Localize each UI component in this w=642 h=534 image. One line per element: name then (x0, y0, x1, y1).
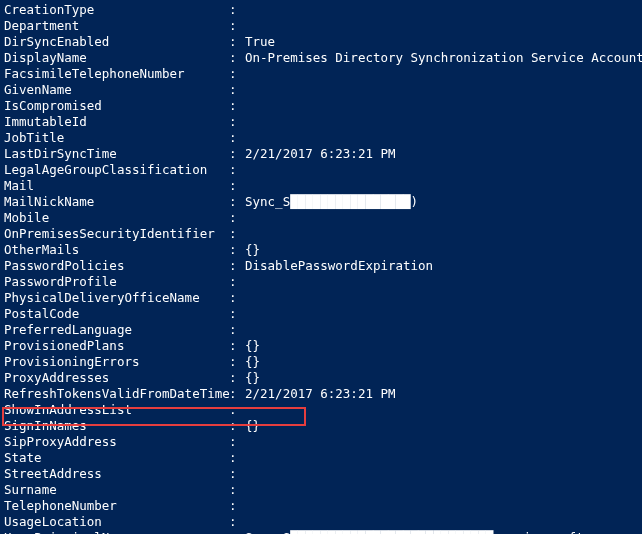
output-row: DirSyncEnabled: True (4, 34, 638, 50)
output-row: ProvisioningErrors: {} (4, 354, 638, 370)
separator: : (229, 162, 245, 178)
property-name: Department (4, 18, 229, 34)
separator: : (229, 514, 245, 530)
property-name: SignInNames (4, 418, 229, 434)
output-row: Mobile: (4, 210, 638, 226)
output-row: Mail: (4, 178, 638, 194)
property-name: LegalAgeGroupClassification (4, 162, 229, 178)
property-name: OnPremisesSecurityIdentifier (4, 226, 229, 242)
property-value: {} (245, 370, 260, 386)
property-name: LastDirSyncTime (4, 146, 229, 162)
separator: : (229, 50, 245, 66)
property-name: PreferredLanguage (4, 322, 229, 338)
property-name: UserPrincipalName (4, 530, 229, 534)
property-name: Mail (4, 178, 229, 194)
output-row: ShowInAddressList: (4, 402, 638, 418)
separator: : (229, 386, 245, 402)
separator: : (229, 210, 245, 226)
separator: : (229, 194, 245, 210)
property-name: UsageLocation (4, 514, 229, 530)
separator: : (229, 322, 245, 338)
separator: : (229, 370, 245, 386)
property-value: DisablePasswordExpiration (245, 258, 433, 274)
property-value: {} (245, 242, 260, 258)
separator: : (229, 2, 245, 18)
property-name: ProvisioningErrors (4, 354, 229, 370)
output-row: FacsimileTelephoneNumber: (4, 66, 638, 82)
separator: : (229, 18, 245, 34)
property-value: Sync_S████████████████) (245, 194, 418, 210)
separator: : (229, 450, 245, 466)
output-row: State: (4, 450, 638, 466)
property-name: ProxyAddresses (4, 370, 229, 386)
separator: : (229, 530, 245, 534)
separator: : (229, 130, 245, 146)
separator: : (229, 82, 245, 98)
output-row: Surname: (4, 482, 638, 498)
output-row: PhysicalDeliveryOfficeName: (4, 290, 638, 306)
separator: : (229, 434, 245, 450)
property-name: PhysicalDeliveryOfficeName (4, 290, 229, 306)
property-name: DisplayName (4, 50, 229, 66)
property-name: CreationType (4, 2, 229, 18)
property-value: On-Premises Directory Synchronization Se… (245, 50, 642, 66)
property-name: ShowInAddressList (4, 402, 229, 418)
separator: : (229, 258, 245, 274)
property-value: 2/21/2017 6:23:21 PM (245, 146, 396, 162)
property-value: True (245, 34, 275, 50)
output-row: LastDirSyncTime: 2/21/2017 6:23:21 PM (4, 146, 638, 162)
property-value: Sync_S███████████████████████████.onmicr… (245, 530, 614, 534)
separator: : (229, 466, 245, 482)
separator: : (229, 242, 245, 258)
output-row: UserPrincipalName: Sync_S███████████████… (4, 530, 638, 534)
property-name: RefreshTokensValidFromDateTime (4, 386, 229, 402)
output-row: Department: (4, 18, 638, 34)
output-row: JobTitle: (4, 130, 638, 146)
separator: : (229, 98, 245, 114)
property-name: GivenName (4, 82, 229, 98)
output-row: DisplayName: On-Premises Directory Synch… (4, 50, 638, 66)
property-name: MailNickName (4, 194, 229, 210)
property-name: JobTitle (4, 130, 229, 146)
separator: : (229, 178, 245, 194)
separator: : (229, 290, 245, 306)
property-name: FacsimileTelephoneNumber (4, 66, 229, 82)
output-row: IsCompromised: (4, 98, 638, 114)
output-row: ProvisionedPlans: {} (4, 338, 638, 354)
property-name: PasswordPolicies (4, 258, 229, 274)
property-value: 2/21/2017 6:23:21 PM (245, 386, 396, 402)
property-name: SipProxyAddress (4, 434, 229, 450)
property-name: PostalCode (4, 306, 229, 322)
property-name: PasswordProfile (4, 274, 229, 290)
separator: : (229, 354, 245, 370)
output-row: GivenName: (4, 82, 638, 98)
output-row: SipProxyAddress: (4, 434, 638, 450)
property-name: ProvisionedPlans (4, 338, 229, 354)
property-name: Surname (4, 482, 229, 498)
output-row: OtherMails: {} (4, 242, 638, 258)
separator: : (229, 306, 245, 322)
output-row: PasswordProfile: (4, 274, 638, 290)
separator: : (229, 274, 245, 290)
terminal-output: CreationType: Department: DirSyncEnabled… (4, 2, 638, 534)
separator: : (229, 482, 245, 498)
output-row: OnPremisesSecurityIdentifier: (4, 226, 638, 242)
output-row: ImmutableId: (4, 114, 638, 130)
output-row: PasswordPolicies: DisablePasswordExpirat… (4, 258, 638, 274)
separator: : (229, 402, 245, 418)
output-row: MailNickName: Sync_S████████████████) (4, 194, 638, 210)
property-name: OtherMails (4, 242, 229, 258)
separator: : (229, 498, 245, 514)
separator: : (229, 146, 245, 162)
output-row: PostalCode: (4, 306, 638, 322)
separator: : (229, 338, 245, 354)
property-name: TelephoneNumber (4, 498, 229, 514)
separator: : (229, 226, 245, 242)
property-name: StreetAddress (4, 466, 229, 482)
separator: : (229, 66, 245, 82)
property-name: DirSyncEnabled (4, 34, 229, 50)
output-row: RefreshTokensValidFromDateTime: 2/21/201… (4, 386, 638, 402)
property-value: {} (245, 354, 260, 370)
output-row: PreferredLanguage: (4, 322, 638, 338)
separator: : (229, 418, 245, 434)
